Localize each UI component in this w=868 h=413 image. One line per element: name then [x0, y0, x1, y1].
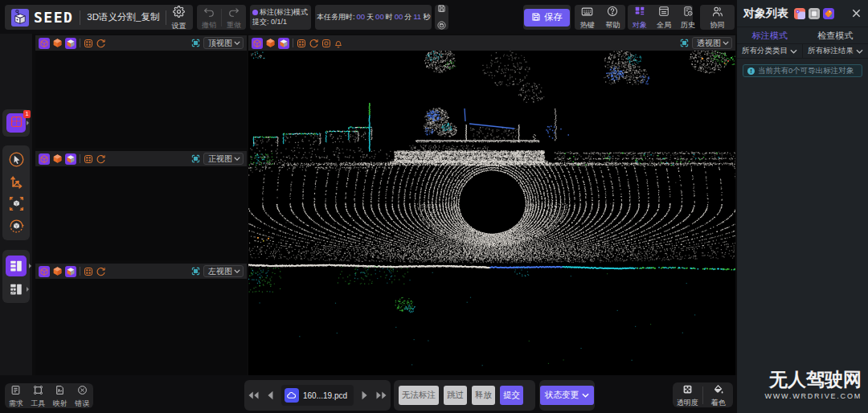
view-selector-dropdown[interactable]: 顶视图	[203, 37, 244, 49]
viewport-front[interactable]: 正视图	[35, 151, 247, 260]
bottom-bar: 需求 工具 映射 错误 160...19.pcd	[0, 375, 737, 413]
solid-cube-icon[interactable]	[52, 266, 63, 276]
segmentation-tool-button[interactable]: 1	[6, 113, 26, 133]
focus-icon[interactable]	[191, 154, 200, 163]
view-selector-label: 正视图	[208, 153, 232, 165]
watermark-url: WWW.WRDRIVE.COM	[765, 392, 862, 400]
global-label: 全局	[657, 21, 671, 29]
global-tab-button[interactable]: 全局	[652, 6, 676, 29]
history-label: 历史	[681, 21, 695, 29]
tab-annotate-mode[interactable]: 标注模式	[737, 27, 803, 43]
fit-view-icon[interactable]	[84, 267, 93, 276]
flyout-arrow-icon[interactable]	[27, 287, 29, 292]
viewport-left[interactable]: 左视图	[35, 264, 247, 375]
view-selector-dropdown[interactable]: 左视图	[203, 265, 244, 277]
floppy-icon[interactable]	[437, 2, 446, 16]
solid-cube-icon[interactable]	[265, 38, 276, 48]
segmentation-tool-group: 1	[2, 109, 30, 137]
requirement-button[interactable]: 需求	[5, 384, 27, 407]
submit-button[interactable]: 提交	[500, 386, 523, 405]
solid-cube-icon[interactable]	[52, 153, 63, 164]
collab-button[interactable]: 协同	[706, 6, 730, 29]
divider	[80, 154, 80, 163]
undo-button[interactable]: 撤销	[197, 6, 221, 29]
last-frame-button[interactable]	[372, 391, 391, 400]
status-change-button[interactable]: 状态变更	[540, 386, 594, 405]
focus-icon[interactable]	[680, 39, 689, 47]
layout-grid-button[interactable]	[7, 280, 25, 298]
shaded-cube-icon[interactable]	[65, 266, 76, 277]
axes-tool[interactable]	[6, 171, 27, 192]
hotkey-help-group: 热键 帮助	[575, 5, 625, 30]
shaded-cube-icon[interactable]	[65, 153, 76, 165]
opacity-button[interactable]: 透明度	[673, 383, 702, 407]
flyout-arrow-icon[interactable]	[29, 264, 31, 268]
opacity-label: 透明度	[677, 399, 698, 407]
reset-rotation-icon[interactable]	[96, 153, 106, 164]
tab-review-mode[interactable]: 检查模式	[803, 27, 868, 43]
rect-draw-mode-icon[interactable]	[794, 8, 805, 19]
error-button[interactable]: 错误	[72, 384, 93, 407]
release-button[interactable]: 释放	[472, 386, 495, 405]
move-3d-tool[interactable]	[6, 194, 27, 215]
reset-rotation-icon[interactable]	[96, 38, 106, 48]
floppy-circle-icon[interactable]	[437, 18, 446, 33]
next-frame-button[interactable]	[358, 391, 372, 400]
viewport-toolbar: 顶视图	[35, 35, 247, 51]
fit-view-icon[interactable]	[84, 39, 93, 48]
tools-button[interactable]: 工具	[27, 384, 49, 407]
flyout-arrow-icon[interactable]	[27, 121, 29, 125]
point-cloud-area[interactable]	[248, 51, 735, 375]
wireframe-cube-icon[interactable]	[39, 38, 50, 49]
hotkey-button[interactable]: 热键	[575, 6, 600, 29]
focus-icon[interactable]	[191, 267, 200, 276]
focus-icon[interactable]	[191, 39, 200, 47]
reset-rotation-icon[interactable]	[96, 266, 106, 276]
chevron-down-icon	[234, 41, 240, 45]
history-tab-button[interactable]: 历史	[676, 6, 700, 29]
viewport-top[interactable]: 顶视图	[35, 35, 247, 148]
viewport-toolbar: 透视图	[248, 35, 735, 51]
rotate-3d-tool[interactable]	[6, 215, 27, 236]
help-button[interactable]: 帮助	[600, 6, 624, 29]
mapping-button[interactable]: 映射	[49, 384, 71, 407]
mapping-label: 映射	[53, 399, 68, 407]
select-cursor-tool[interactable]	[6, 149, 27, 170]
wireframe-cube-icon[interactable]	[39, 266, 50, 277]
redo-button[interactable]: 重做	[222, 6, 246, 29]
projection-box-icon[interactable]	[321, 39, 331, 48]
skip-button[interactable]: 跳过	[444, 386, 467, 405]
reset-rotation-icon[interactable]	[309, 38, 319, 48]
solid-cube-icon[interactable]	[52, 38, 63, 48]
fit-view-icon[interactable]	[84, 154, 93, 164]
current-frame-chip[interactable]: 160...19.pcd	[281, 385, 354, 406]
view-selector-dropdown[interactable]: 透视图	[692, 37, 732, 49]
wireframe-cube-icon[interactable]	[39, 153, 50, 165]
wireframe-cube-icon[interactable]	[252, 38, 263, 49]
cannot-annotate-button[interactable]: 无法标注	[399, 386, 439, 405]
fit-view-icon[interactable]	[297, 39, 306, 48]
select-mode-icon[interactable]	[809, 8, 820, 19]
status-group: 状态变更	[539, 380, 595, 411]
category-filter-dropdown[interactable]: 所有分类类目	[737, 44, 802, 58]
colorize-button[interactable]: 着色	[704, 383, 733, 407]
first-frame-button[interactable]	[244, 391, 263, 400]
image-doc-icon	[55, 384, 65, 399]
shaded-cube-icon[interactable]	[65, 38, 76, 49]
close-panel-icon[interactable]	[851, 8, 862, 18]
tag-mode-icon[interactable]	[823, 8, 834, 19]
project-group: SEED 3D语义分割_复制 设置	[5, 5, 193, 30]
mode-dot-icon	[252, 10, 258, 15]
prev-frame-button[interactable]	[263, 391, 277, 400]
view-selector-dropdown[interactable]: 正视图	[203, 153, 244, 165]
objects-tab-button[interactable]: 对象	[628, 6, 652, 29]
settings-button[interactable]: 设置	[166, 6, 190, 30]
save-button[interactable]: 保存	[524, 9, 570, 27]
bell-icon[interactable]	[334, 39, 343, 48]
shaded-cube-icon[interactable]	[278, 38, 289, 49]
tools-label: 工具	[31, 399, 45, 407]
result-filter-dropdown[interactable]: 所有标注结果	[802, 44, 868, 58]
viewport-main[interactable]: 透视图	[248, 35, 735, 375]
mode-tabs: 标注模式 检查模式	[737, 27, 868, 44]
layout-three-plus-one-button[interactable]	[6, 256, 27, 276]
